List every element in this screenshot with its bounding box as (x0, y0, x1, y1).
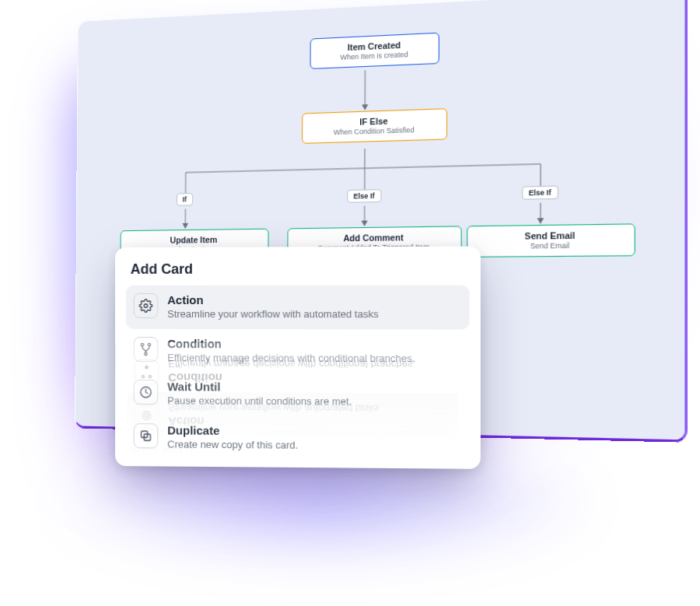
gear-icon (134, 293, 159, 318)
arrow-icon (362, 221, 368, 226)
node-condition[interactable]: IF Else When Condition Satisfied (302, 108, 447, 144)
option-label: Duplicate (167, 423, 298, 437)
node-action-send-email[interactable]: Send Email Send Email (467, 223, 635, 257)
node-title: Update Item (128, 234, 261, 245)
branch-badge-elseif-2[interactable]: Else If (522, 186, 558, 200)
stage: Item Created When Item is created IF Els… (0, 0, 700, 606)
option-label: Wait Until (167, 380, 352, 394)
option-desc: Streamline your workflow with automated … (167, 308, 378, 321)
add-card-option-wait-until[interactable]: Wait Until Pause execution until conditi… (126, 372, 470, 417)
option-desc: Create new copy of this card. (167, 438, 298, 452)
node-trigger[interactable]: Item Created When Item is created (310, 33, 439, 69)
copy-icon (134, 423, 159, 448)
branch-badge-if[interactable]: If (177, 193, 193, 206)
option-desc: Efficiently manage decisions with condit… (167, 352, 415, 365)
branch-icon (134, 337, 159, 362)
option-label: Action (167, 293, 378, 307)
arrow-icon (537, 218, 544, 224)
add-card-option-condition[interactable]: Condition Efficiently manage decisions w… (126, 329, 470, 373)
add-card-popover: Add Card Action Streamline your workflow… (115, 247, 481, 469)
node-title: Send Email (476, 229, 626, 241)
option-desc: Pause execution until conditions are met… (167, 395, 352, 409)
add-card-option-duplicate[interactable]: Duplicate Create new copy of this card. (126, 415, 470, 461)
svg-line-2 (186, 164, 541, 173)
node-subtitle: Send Email (476, 241, 626, 251)
clock-icon (134, 380, 159, 405)
branch-badge-elseif-1[interactable]: Else If (347, 189, 381, 203)
arrow-icon (362, 104, 368, 110)
svg-point-9 (144, 304, 147, 308)
node-title: Add Comment (296, 232, 453, 243)
arrow-icon (182, 223, 188, 229)
option-label: Condition (167, 337, 415, 351)
add-card-option-action[interactable]: Action Streamline your workflow with aut… (126, 285, 470, 329)
popover-title: Add Card (131, 261, 465, 278)
